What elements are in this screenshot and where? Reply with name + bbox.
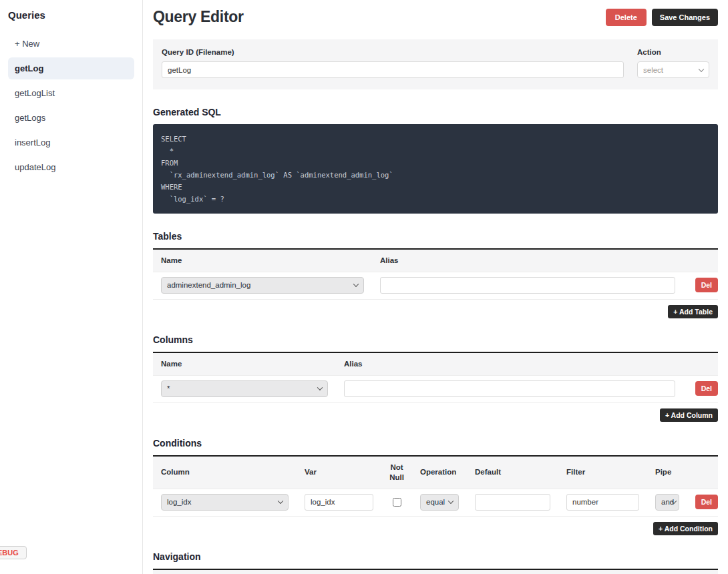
sidebar-item-insertlog[interactable]: insertLog <box>8 131 134 154</box>
query-id-input[interactable] <box>162 61 624 78</box>
debug-badge[interactable]: DEBUG <box>0 546 27 559</box>
sql-line: `log_idx` = ? <box>161 193 710 205</box>
query-id-panel: Query ID (Filename) Action select <box>153 39 718 89</box>
action-field-group: Action select <box>637 48 709 78</box>
action-select-value: select <box>643 66 663 74</box>
app-window: Queries + New getLog getLogList getLogs … <box>0 0 728 574</box>
chevron-down-icon <box>448 499 453 504</box>
column-row: * Del <box>153 376 718 403</box>
generated-sql-block: SELECT * FROM `rx_adminextend_admin_log`… <box>153 124 718 214</box>
condition-pipe-select[interactable]: and <box>655 494 679 511</box>
column-name-select[interactable]: * <box>161 380 328 397</box>
delete-button[interactable]: Delete <box>606 9 647 26</box>
conditions-header-var: Var <box>297 461 381 483</box>
tables-header-row: Name Alias <box>153 250 718 272</box>
columns-header-row: Name Alias <box>153 353 718 376</box>
sql-line: FROM <box>161 157 710 169</box>
condition-operation-select[interactable]: equal <box>420 494 459 511</box>
column-delete-button[interactable]: Del <box>695 381 718 396</box>
topbar: Query Editor Delete Save Changes <box>153 8 718 26</box>
condition-delete-button[interactable]: Del <box>695 495 718 509</box>
columns-section-title: Columns <box>153 334 718 345</box>
not-null-checkbox[interactable] <box>393 498 401 507</box>
navigation-table: Tag Var Default Order <box>153 569 718 574</box>
sql-line: * <box>161 145 710 157</box>
sidebar-item-getlog[interactable]: getLog <box>8 57 134 79</box>
chevron-down-icon <box>278 499 283 504</box>
table-name-select[interactable]: adminextend_admin_log <box>161 277 364 294</box>
conditions-header-pipe: Pipe <box>647 461 682 483</box>
conditions-table: Column Var Not Null Operation Default Fi… <box>153 455 718 517</box>
columns-header-alias: Alias <box>336 353 683 375</box>
add-condition-button[interactable]: + Add Condition <box>653 522 718 535</box>
action-select[interactable]: select <box>637 61 709 78</box>
condition-column-select[interactable]: log_idx <box>161 494 289 511</box>
query-id-label: Query ID (Filename) <box>162 48 624 56</box>
condition-default-input[interactable] <box>475 494 550 511</box>
navigation-section-title: Navigation <box>153 551 718 562</box>
condition-operation-select-value: equal <box>426 498 445 506</box>
chevron-down-icon <box>317 385 323 390</box>
table-alias-input[interactable] <box>380 277 675 294</box>
query-id-field-group: Query ID (Filename) <box>162 48 624 78</box>
add-table-button[interactable]: + Add Table <box>668 305 718 318</box>
navigation-header-tag: Tag <box>153 570 268 574</box>
conditions-header-column: Column <box>153 461 297 483</box>
new-query-button[interactable]: + New <box>8 33 134 55</box>
sidebar-item-updatelog[interactable]: updateLog <box>8 156 134 178</box>
tables-table: Name Alias adminextend_admin_log Del <box>153 248 718 300</box>
navigation-header-var: Var <box>268 570 383 574</box>
column-alias-input[interactable] <box>344 380 675 397</box>
navigation-header-row: Tag Var Default Order <box>153 570 718 574</box>
table-row: adminextend_admin_log Del <box>153 272 718 300</box>
columns-header-name: Name <box>153 353 336 375</box>
chevron-down-icon <box>353 282 359 287</box>
save-changes-button[interactable]: Save Changes <box>652 9 718 26</box>
page-title: Query Editor <box>153 8 244 26</box>
condition-filter-input[interactable] <box>566 494 639 511</box>
action-label: Action <box>637 48 709 56</box>
conditions-section-title: Conditions <box>153 438 718 449</box>
sql-line: WHERE <box>161 181 710 193</box>
queries-sidebar: Queries + New getLog getLogList getLogs … <box>0 0 143 574</box>
sidebar-item-getloglist[interactable]: getLogList <box>8 82 134 104</box>
topbar-buttons: Delete Save Changes <box>606 9 718 26</box>
columns-table: Name Alias * Del <box>153 352 718 403</box>
sidebar-title: Queries <box>8 9 134 21</box>
navigation-header-default: Default <box>383 570 548 574</box>
main-content: Query Editor Delete Save Changes Query I… <box>143 0 728 574</box>
condition-column-select-value: log_idx <box>167 498 191 506</box>
chevron-down-icon <box>699 66 704 71</box>
generated-sql-title: Generated SQL <box>153 107 718 117</box>
tables-header-alias: Alias <box>372 250 683 272</box>
sidebar-item-getlogs[interactable]: getLogs <box>8 107 134 129</box>
table-delete-button[interactable]: Del <box>695 278 718 292</box>
conditions-header-default: Default <box>467 461 558 483</box>
conditions-header-operation: Operation <box>412 461 467 483</box>
tables-section-title: Tables <box>153 231 718 242</box>
conditions-header-filter: Filter <box>558 461 647 483</box>
sql-line: SELECT <box>161 133 710 145</box>
tables-header-name: Name <box>153 250 372 272</box>
condition-var-input[interactable] <box>305 494 373 511</box>
column-name-select-value: * <box>167 384 170 392</box>
condition-row: log_idx equal <box>153 489 718 517</box>
navigation-header-order: Order <box>548 570 718 574</box>
table-name-select-value: adminextend_admin_log <box>167 281 250 289</box>
conditions-header-row: Column Var Not Null Operation Default Fi… <box>153 457 718 489</box>
sql-line: `rx_adminextend_admin_log` AS `adminexte… <box>161 169 710 181</box>
add-column-button[interactable]: + Add Column <box>660 408 718 422</box>
conditions-header-notnull: Not Null <box>381 457 412 489</box>
